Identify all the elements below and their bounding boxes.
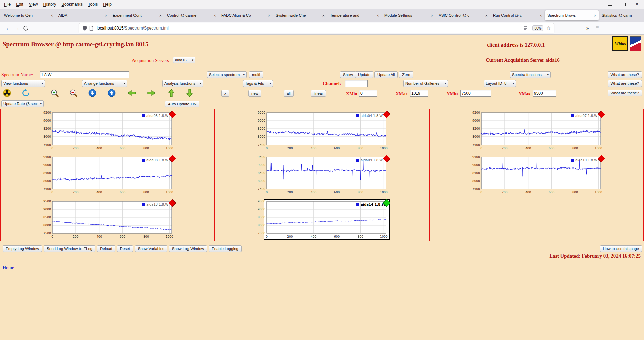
spectrum-name-input[interactable]	[40, 71, 129, 78]
tab-close-icon[interactable]: ×	[594, 13, 596, 18]
scroll-up-icon[interactable]	[107, 89, 116, 97]
app-menu-icon[interactable]: ≡	[596, 25, 599, 32]
select-a-spectrum-select[interactable]: Select a spectrum▾	[207, 71, 247, 78]
spectrum-cell-aida13[interactable]: 7500800085009000950002004006008001000aid…	[0, 197, 215, 241]
tab-12[interactable]: Statistics @ carm×	[599, 10, 644, 20]
multi-button[interactable]: multi	[249, 71, 263, 78]
menu-item-file[interactable]: File	[1, 1, 13, 7]
url-text[interactable]: localhost:8015/Spectrum/Spectrum.tml	[97, 26, 523, 31]
tab-close-icon[interactable]: ×	[539, 13, 542, 18]
update-all-button[interactable]: Update All	[374, 71, 398, 78]
tab-2[interactable]: AIDA×	[56, 10, 110, 20]
arrange-functions-select[interactable]: Arrange functions▾	[82, 80, 127, 87]
tab-7[interactable]: Temperature and×	[328, 10, 381, 20]
empty-log-window-button[interactable]: Empty Log Window	[3, 245, 42, 252]
tab-close-icon[interactable]: ×	[376, 13, 379, 18]
channel-input[interactable]	[345, 80, 368, 87]
move-up-icon[interactable]	[167, 89, 176, 97]
new-button[interactable]: new	[248, 90, 261, 97]
page-info-icon[interactable]	[89, 26, 93, 31]
url-bar[interactable]: localhost:8015/Spectrum/Spectrum.tml 80%…	[79, 23, 554, 33]
menu-item-tools[interactable]: Tools	[85, 1, 100, 7]
menu-item-history[interactable]: History	[41, 1, 59, 7]
tab-1[interactable]: Welcome to Cen×	[2, 10, 55, 20]
spectra-functions-select[interactable]: Spectra functions▾	[510, 71, 551, 78]
tab-10[interactable]: Run Control @ c×	[491, 10, 544, 20]
maximize-button[interactable]	[621, 2, 626, 7]
overflow-menu-icon[interactable]: »	[586, 25, 589, 31]
spectrum-plot-aida10[interactable]: 7500800085009000950002004006008001000aid…	[471, 155, 607, 196]
tab-close-icon[interactable]: ×	[485, 13, 488, 18]
forward-button[interactable]: →	[13, 24, 21, 33]
spectrum-cell-aida03[interactable]: 7500800085009000950002004006008001000aid…	[0, 109, 215, 153]
spectrum-plot-aida03[interactable]: 7500800085009000950002004006008001000aid…	[42, 111, 178, 152]
reader-mode-icon[interactable]	[523, 26, 528, 31]
view-functions-select[interactable]: View functions▾	[1, 80, 45, 87]
reset-button[interactable]: Reset	[117, 245, 133, 252]
back-button[interactable]: ←	[4, 24, 13, 33]
minimize-button[interactable]	[608, 2, 612, 7]
linear-button[interactable]: linear	[311, 90, 326, 97]
tab-9[interactable]: ASIC Control @ c×	[436, 10, 490, 20]
tab-4[interactable]: Control @ carme×	[165, 10, 218, 20]
scroll-down-icon[interactable]	[88, 89, 97, 97]
ymax-input[interactable]	[533, 90, 556, 97]
move-right-icon[interactable]	[147, 89, 156, 97]
spectrum-cell-aida04[interactable]: 7500800085009000950002004006008001000aid…	[215, 109, 429, 153]
midas-logo[interactable]: Midas	[612, 36, 628, 51]
tab-close-icon[interactable]: ×	[322, 13, 325, 18]
x-button[interactable]: x	[221, 90, 229, 97]
spectrum-cell-aida09[interactable]: 7500800085009000950002004006008001000aid…	[215, 153, 429, 197]
tab-3[interactable]: Experiment Cont×	[110, 10, 164, 20]
ymin-input[interactable]	[460, 90, 491, 97]
how-to-use-button[interactable]: How to use this page	[600, 245, 642, 252]
tab-11[interactable]: Spectrum Brows×	[545, 10, 599, 20]
tab-6[interactable]: System wide Che×	[273, 10, 327, 20]
all-button[interactable]: all	[284, 90, 294, 97]
menu-item-help[interactable]: Help	[100, 1, 114, 7]
shield-icon[interactable]	[83, 26, 87, 31]
spectrum-plot-aida13[interactable]: 7500800085009000950002004006008001000aid…	[42, 199, 178, 240]
send-log-window-to-elog-button[interactable]: Send Log Window to ELog	[44, 245, 95, 252]
number-of-galleries-select[interactable]: Number of Galleries▾	[403, 80, 448, 87]
tab-close-icon[interactable]: ×	[213, 13, 216, 18]
show-variables-button[interactable]: Show Variables	[135, 245, 167, 252]
reload-button[interactable]	[21, 24, 30, 33]
tab-close-icon[interactable]: ×	[431, 13, 433, 18]
menu-item-edit[interactable]: Edit	[13, 1, 26, 7]
close-button[interactable]: ×	[635, 2, 639, 7]
show-button[interactable]: Show	[340, 71, 356, 78]
xmax-input[interactable]	[410, 90, 428, 97]
zoom-in-icon[interactable]	[50, 89, 59, 97]
spectrum-plot-aida08[interactable]: 7500800085009000950002004006008001000aid…	[42, 155, 178, 196]
show-log-window-button[interactable]: Show Log Window	[169, 245, 207, 252]
tab-close-icon[interactable]: ×	[159, 13, 162, 18]
tab-close-icon[interactable]: ×	[105, 13, 107, 18]
xmin-input[interactable]	[359, 90, 377, 97]
tab-5[interactable]: FADC Align & Co×	[219, 10, 273, 20]
spectrum-plot-aida04[interactable]: 7500800085009000950002004006008001000aid…	[257, 111, 392, 152]
move-left-icon[interactable]	[127, 89, 136, 97]
what-are-these-button-1[interactable]: What are these?	[608, 71, 642, 78]
auto-update-button[interactable]: Auto Update ON	[165, 101, 199, 107]
home-link[interactable]: Home	[3, 265, 14, 271]
refresh-icon[interactable]	[21, 89, 30, 97]
spectrum-cell-aida14[interactable]: 7500800085009000950002004006008001000aid…	[215, 197, 429, 241]
bookmark-star-icon[interactable]: ☆	[546, 25, 551, 31]
move-down-icon[interactable]	[185, 89, 194, 97]
radiation-icon[interactable]	[3, 89, 11, 97]
tab-close-icon[interactable]: ×	[268, 13, 270, 18]
spectrum-cell-aida07[interactable]: 7500800085009000950002004006008001000aid…	[429, 109, 644, 153]
menu-item-bookmarks[interactable]: Bookmarks	[59, 1, 86, 7]
zoom-out-icon[interactable]	[69, 89, 78, 97]
layout-id-select[interactable]: Layout ID=8▾	[484, 80, 516, 87]
spectrum-plot-aida07[interactable]: 7500800085009000950002004006008001000aid…	[471, 111, 607, 152]
what-are-these-button-3[interactable]: What are these?	[608, 90, 642, 96]
update-rate-select[interactable]: Update Rate (8 secs)▾	[1, 100, 44, 107]
spectrum-cell-aida10[interactable]: 7500800085009000950002004006008001000aid…	[429, 153, 644, 197]
what-are-these-button-2[interactable]: What are these?	[608, 80, 642, 87]
facility-logo[interactable]	[630, 36, 641, 51]
analysis-functions-select[interactable]: Analysis functions▾	[162, 80, 203, 87]
zoom-level[interactable]: 80%	[532, 25, 543, 31]
acquisition-server-select[interactable]: aida16▾	[173, 57, 195, 63]
